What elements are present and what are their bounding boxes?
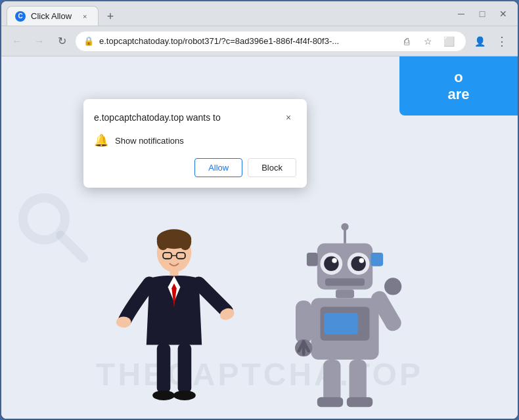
illustration <box>1 222 518 419</box>
share-icon[interactable]: ⎙ <box>397 32 416 51</box>
url-bar[interactable]: 🔒 e.topcaptchatoday.top/robot371/?c=8ad3… <box>75 31 466 52</box>
svg-rect-15 <box>178 344 192 393</box>
page-content: o are THECAPTCHA.TOP <box>1 56 518 419</box>
tab-favicon: C <box>15 11 26 22</box>
minimize-button[interactable]: ─ <box>452 5 470 23</box>
svg-rect-29 <box>371 253 382 266</box>
tab-area: C Click Allow × + <box>7 1 444 26</box>
blue-box-line1: o <box>454 69 463 86</box>
blue-box: o are <box>399 56 518 116</box>
window-controls: ─ □ ✕ <box>452 5 512 23</box>
svg-rect-14 <box>157 344 171 393</box>
close-button[interactable]: ✕ <box>494 5 512 23</box>
allow-button[interactable]: Allow <box>194 158 242 177</box>
blue-box-line2: are <box>447 86 469 103</box>
svg-point-19 <box>341 223 348 230</box>
svg-point-5 <box>179 233 192 250</box>
browser-window: C Click Allow × + ─ □ ✕ ← → ↻ 🔒 e.topcap… <box>1 1 518 419</box>
refresh-button[interactable]: ↻ <box>53 32 71 51</box>
svg-rect-27 <box>307 253 318 266</box>
svg-point-25 <box>332 258 337 263</box>
robot-illustration <box>279 222 411 419</box>
tab-title: Click Allow <box>31 11 72 21</box>
forward-button[interactable]: → <box>30 32 49 51</box>
svg-rect-44 <box>317 397 343 407</box>
popup-header: e.topcaptchatoday.top wants to × <box>94 110 296 125</box>
svg-rect-45 <box>347 397 372 407</box>
account-icon[interactable]: 👤 <box>470 32 489 51</box>
maximize-button[interactable]: □ <box>473 5 491 23</box>
active-tab[interactable]: C Click Allow × <box>7 6 99 26</box>
tab-close-button[interactable]: × <box>79 11 90 22</box>
popup-title: e.topcaptchatoday.top wants to <box>94 112 221 123</box>
browser-menu-button[interactable]: ⋮ <box>493 32 511 51</box>
svg-point-24 <box>351 257 366 272</box>
title-bar: C Click Allow × + ─ □ ✕ <box>1 1 518 26</box>
svg-rect-30 <box>325 278 365 285</box>
back-button[interactable]: ← <box>8 32 26 51</box>
svg-point-23 <box>324 257 339 272</box>
bookmark-icon[interactable]: ☆ <box>418 32 437 51</box>
permission-text: Show notifications <box>115 136 184 146</box>
lock-icon: 🔒 <box>83 36 94 46</box>
svg-rect-43 <box>350 360 367 403</box>
svg-rect-34 <box>324 313 358 335</box>
svg-rect-35 <box>296 301 311 344</box>
svg-point-17 <box>173 390 196 400</box>
bell-icon: 🔔 <box>94 133 108 148</box>
svg-point-13 <box>116 316 131 327</box>
svg-rect-31 <box>336 289 354 298</box>
popup-buttons: Allow Block <box>94 158 296 177</box>
url-actions: ⎙ ☆ ⬜ <box>397 32 458 51</box>
notification-popup: e.topcaptchatoday.top wants to × 🔔 Show … <box>83 99 307 188</box>
address-bar: ← → ↻ 🔒 e.topcaptchatoday.top/robot371/?… <box>1 26 518 56</box>
svg-point-16 <box>152 390 175 400</box>
new-tab-button[interactable]: + <box>101 7 120 26</box>
extension-icon[interactable]: ⬜ <box>440 32 458 51</box>
svg-point-41 <box>384 278 401 295</box>
popup-permission-row: 🔔 Show notifications <box>94 133 296 148</box>
block-button[interactable]: Block <box>248 158 296 177</box>
svg-point-4 <box>157 233 169 250</box>
person-illustration <box>108 222 240 419</box>
popup-close-button[interactable]: × <box>281 110 296 125</box>
svg-point-26 <box>359 258 365 263</box>
svg-rect-42 <box>323 360 340 403</box>
url-text: e.topcaptchatoday.top/robot371/?c=8ad396… <box>99 36 392 46</box>
